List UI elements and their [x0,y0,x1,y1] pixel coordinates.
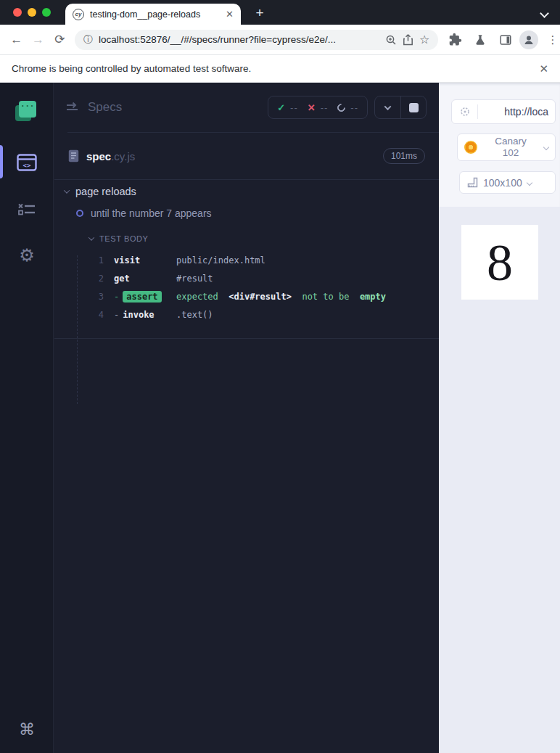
screen: cy testing-dom__page-reloads ✕ + ← → ⟳ ⓘ… [0,0,560,753]
command-name: get [114,273,176,284]
command-message: #result [176,273,439,284]
command-row-invoke[interactable]: 4 -invoke .text() [54,305,439,324]
run-stats: ✓ -- ✕ -- -- [268,96,368,119]
passed-count: -- [290,102,298,113]
spec-file-icon [68,149,79,162]
forward-icon[interactable]: → [28,33,49,47]
ruler-icon [467,177,478,188]
tab-search-icon[interactable] [541,7,553,18]
suite-name: page reloads [75,186,136,197]
browser-toolbar: ← → ⟳ ⓘ localhost:52876/__/#/specs/runne… [0,25,560,55]
aut-panel: http://loca Canary102 100x100 8 [439,83,560,753]
selector-playground-icon[interactable] [452,104,478,118]
sidebar-item-shortcuts[interactable]: ⌘ [0,715,54,744]
viewport-label: 100x100 [483,177,522,189]
share-icon[interactable] [403,34,413,46]
cypress-logo-icon[interactable]: • • • [15,101,37,121]
pending-icon [336,102,347,113]
tab-title: testing-dom__page-reloads [90,9,220,20]
specs-title-label: Specs [88,100,122,115]
url-text[interactable]: localhost:52876/__/#/specs/runner?file=c… [99,34,379,45]
passed-icon: ✓ [277,102,285,113]
tab-strip: cy testing-dom__page-reloads ✕ + [0,0,560,25]
sidebar-item-runs[interactable] [0,195,54,224]
chevron-down-icon [526,179,532,185]
spec-file-row[interactable]: spec.cy.js 101ms [54,139,439,173]
result-number: 8 [487,236,513,289]
stop-icon [409,103,419,112]
address-bar[interactable]: ⓘ localhost:52876/__/#/specs/runner?file… [75,30,438,50]
window-minimize-button[interactable] [28,8,36,17]
infobar-text: Chrome is being controlled by automated … [12,63,539,74]
command-name: -assert [114,291,176,303]
assert-badge: assert [123,291,161,303]
sidebar-item-specs[interactable]: <> [0,148,54,177]
infobar-close-icon[interactable]: ✕ [539,62,548,75]
aut-iframe[interactable]: 8 [461,225,538,300]
browser-menu-icon[interactable]: ⋮ [545,33,560,46]
new-tab-button[interactable]: + [250,4,269,22]
test-name: until the number 7 appears [91,207,212,219]
command-name: visit [114,255,176,266]
reporter-header: Specs ✓ -- ✕ -- -- [54,83,439,132]
cypress-runner: • • • <> ⚙ ⌘ Specs [0,83,560,753]
run-controls [374,96,427,119]
cypress-sidebar: • • • <> ⚙ ⌘ [0,83,54,753]
command-number: 3 [54,292,104,302]
side-panel-icon[interactable] [497,31,514,49]
command-row-visit[interactable]: 1 visit public/index.html [54,251,439,269]
divider [54,179,439,180]
test-body-collapse-icon [88,234,94,240]
browser-tab[interactable]: cy testing-dom__page-reloads ✕ [65,4,241,25]
sidebar-item-settings[interactable]: ⚙ [0,241,54,270]
collapse-all-button[interactable] [375,96,400,118]
svg-text:<>: <> [23,162,31,169]
specs-title[interactable]: Specs [66,100,122,115]
window-zoom-button[interactable] [42,8,51,17]
bookmark-star-icon[interactable]: ☆ [419,33,429,46]
browser-select[interactable]: Canary102 [457,133,556,161]
command-name: -invoke [114,310,176,320]
chevron-down-icon [543,144,549,150]
window-close-button[interactable] [13,8,22,17]
site-info-icon[interactable]: ⓘ [83,33,93,46]
browser-select-label: Canary102 [482,136,539,158]
gear-icon: ⚙ [19,245,35,266]
pending-count: -- [350,102,358,113]
command-key-icon: ⌘ [19,720,35,739]
viewport-select[interactable]: 100x100 [459,171,556,194]
suite-row[interactable]: page reloads [65,186,136,197]
back-icon[interactable]: ← [6,33,28,47]
zoom-icon[interactable] [385,34,397,46]
flask-extension-icon[interactable] [472,31,489,49]
command-row-assert[interactable]: 3 -assert expected <div#result> not to b… [54,287,439,305]
reporter-panel: Specs ✓ -- ✕ -- -- spec.cy.js [54,83,439,753]
profile-avatar[interactable] [519,30,538,49]
spec-duration-badge: 101ms [383,148,425,164]
failed-icon: ✕ [308,102,316,113]
suite-collapse-icon [64,187,70,193]
spec-name: spec.cy.js [86,150,135,162]
command-number: 1 [54,255,104,266]
command-message: expected <div#result> not to be empty [176,292,439,302]
test-row[interactable]: until the number 7 appears [76,207,212,219]
aut-url-text[interactable]: http://loca [478,106,555,118]
command-message: .text() [176,310,439,320]
stop-run-button[interactable] [400,96,426,118]
chevron-down-icon [384,103,392,110]
aut-url-bar[interactable]: http://loca [451,99,556,124]
cypress-favicon-icon: cy [73,9,84,20]
test-running-icon [76,210,83,217]
aut-header: http://loca Canary102 100x100 [439,83,560,207]
divider [67,132,439,133]
extensions-puzzle-icon[interactable] [446,31,464,49]
command-number: 2 [54,273,104,284]
tab-close-icon[interactable]: ✕ [226,9,234,20]
failed-count: -- [321,102,329,113]
test-body-row[interactable]: TEST BODY [89,234,149,243]
specs-list-icon [66,102,81,112]
command-row-get[interactable]: 2 get #result [54,269,439,287]
chrome-canary-icon [464,141,477,154]
reload-icon[interactable]: ⟳ [49,32,70,47]
command-number: 4 [54,310,104,320]
